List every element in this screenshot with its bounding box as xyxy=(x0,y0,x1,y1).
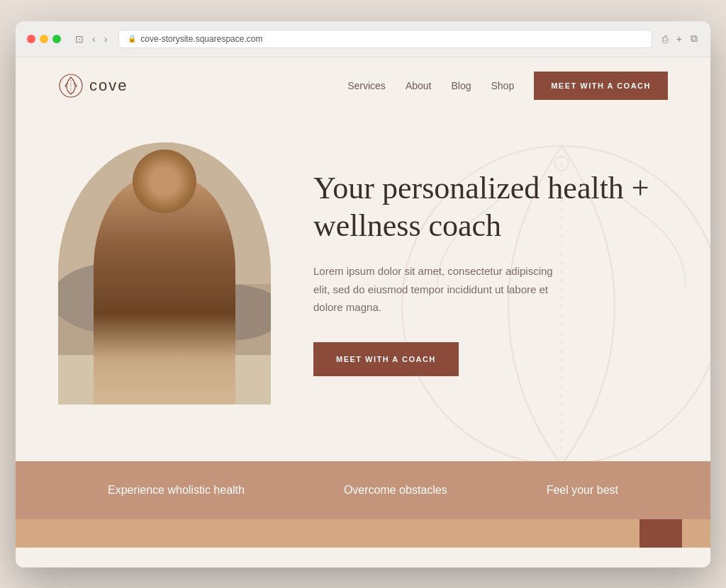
svg-point-16 xyxy=(170,260,177,266)
feature-item-2: Overcome obstacles xyxy=(344,484,447,497)
svg-point-10 xyxy=(134,231,198,302)
bottom-accent xyxy=(640,519,682,548)
maximize-button[interactable] xyxy=(52,35,61,43)
logo-icon xyxy=(58,73,84,98)
browser-controls: ⊡ ‹ › xyxy=(72,32,110,46)
svg-point-15 xyxy=(160,256,181,281)
tabs-button[interactable]: ⧉ xyxy=(689,31,699,46)
hero-description: Lorem ipsum dolor sit amet, consectetur … xyxy=(313,262,554,317)
navbar: cove Services About Blog Shop MEET WITH … xyxy=(16,57,710,114)
hero-content: Your personalized health + wellness coac… xyxy=(313,170,668,375)
hero-photo-svg xyxy=(58,142,271,405)
back-button[interactable]: ‹ xyxy=(89,32,99,46)
traffic-lights xyxy=(27,35,61,43)
svg-point-17 xyxy=(182,302,232,337)
logo-text: cove xyxy=(89,77,128,95)
nav-link-services[interactable]: Services xyxy=(347,80,386,91)
svg-point-13 xyxy=(169,225,209,275)
svg-point-14 xyxy=(134,213,198,256)
close-button[interactable] xyxy=(27,35,35,43)
hero-photo xyxy=(58,142,271,405)
address-bar[interactable]: 🔒 cove-storysite.squarespace.com xyxy=(118,30,652,48)
nav-links: Services About Blog Shop MEET WITH A COA… xyxy=(347,72,668,100)
browser-actions: ⎙ + ⧉ xyxy=(661,31,699,46)
nav-link-about[interactable]: About xyxy=(406,80,432,91)
svg-rect-7 xyxy=(58,355,271,405)
svg-rect-9 xyxy=(154,273,175,312)
forward-button[interactable]: › xyxy=(101,32,111,46)
lock-icon: 🔒 xyxy=(128,35,136,43)
feature-item-1: Experience wholistic health xyxy=(108,484,245,497)
svg-point-5 xyxy=(58,263,179,334)
window-layout-button[interactable]: ⊡ xyxy=(72,32,86,46)
nav-link-shop[interactable]: Shop xyxy=(491,80,515,91)
svg-point-6 xyxy=(172,284,271,341)
nav-link-blog[interactable]: Blog xyxy=(451,80,471,91)
svg-point-8 xyxy=(118,348,218,405)
hero-title: Your personalized health + wellness coac… xyxy=(313,170,668,245)
logo[interactable]: cove xyxy=(58,73,128,98)
hero-section: Your personalized health + wellness coac… xyxy=(16,114,710,461)
nav-cta-button[interactable]: MEET WITH A COACH xyxy=(534,72,668,100)
url-text: cove-storysite.squarespace.com xyxy=(140,34,262,44)
browser-window: ⊡ ‹ › 🔒 cove-storysite.squarespace.com ⎙… xyxy=(16,21,710,567)
hero-image xyxy=(58,142,271,405)
page: cove Services About Blog Shop MEET WITH … xyxy=(16,57,710,567)
browser-chrome: ⊡ ‹ › 🔒 cove-storysite.squarespace.com ⎙… xyxy=(16,21,710,57)
new-tab-button[interactable]: + xyxy=(675,32,683,46)
minimize-button[interactable] xyxy=(40,35,48,43)
share-button[interactable]: ⎙ xyxy=(661,32,669,46)
svg-point-12 xyxy=(122,225,164,279)
features-bar: Experience wholistic health Overcome obs… xyxy=(16,461,710,519)
bottom-strip xyxy=(16,519,710,548)
svg-point-11 xyxy=(129,213,203,277)
feature-item-3: Feel your best xyxy=(547,484,618,497)
hero-cta-button[interactable]: MEET WITH A COACH xyxy=(313,342,459,376)
